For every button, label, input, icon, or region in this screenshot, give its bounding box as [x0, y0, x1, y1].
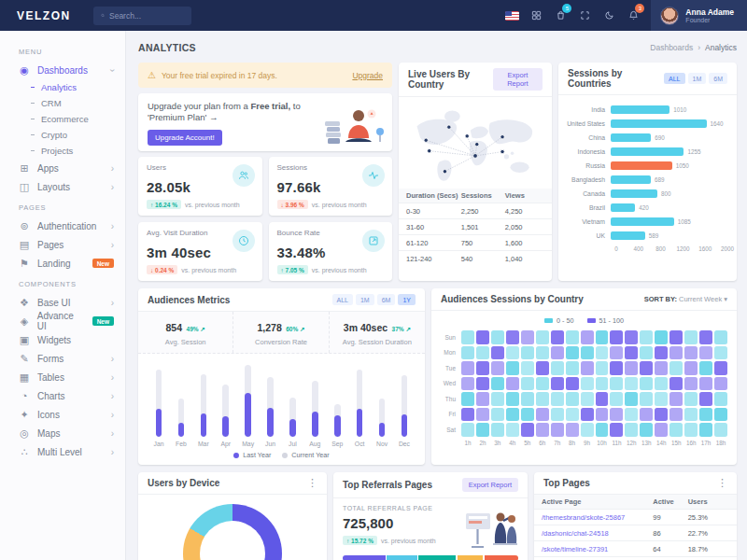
filter-all-button[interactable]: ALL — [664, 73, 684, 84]
heatmap-cell — [596, 361, 609, 375]
heatmap-cell — [491, 330, 504, 344]
new-badge: New — [92, 316, 114, 326]
user-role: Founder — [685, 17, 734, 23]
user-menu[interactable]: Anna Adame Founder — [651, 0, 747, 31]
app-logo[interactable]: VELZON — [0, 9, 93, 22]
heatmap-cell — [551, 361, 564, 375]
heatmap-cell — [655, 330, 668, 344]
heatmap-cell — [714, 361, 727, 375]
heatmap-cell — [714, 392, 727, 406]
sidebar-item-maps[interactable]: ◎ Maps› — [0, 424, 125, 442]
language-flag-button[interactable] — [500, 0, 524, 31]
notifications-button[interactable]: 3 — [621, 0, 645, 31]
heatmap-cell — [506, 423, 519, 437]
chevron-right-icon: › — [111, 391, 114, 401]
filter-1y-button[interactable]: 1Y — [398, 294, 416, 305]
cart-button[interactable]: 5 — [548, 0, 572, 31]
global-search[interactable] — [93, 7, 191, 25]
search-input[interactable] — [109, 11, 184, 21]
sidebar-item-analytics[interactable]: Analytics — [0, 79, 125, 95]
page-link[interactable]: /skote/timeline-27391 — [542, 545, 653, 553]
heatmap-cell — [506, 392, 519, 406]
sidebar-item-multi-level[interactable]: ∴ Multi Level› — [0, 442, 125, 461]
sidebar-item-base-ui[interactable]: ❖ Base UI› — [0, 293, 125, 312]
heatmap-cell — [461, 392, 474, 406]
sidebar-item-dashboards[interactable]: ◉ Dashboards› — [0, 61, 125, 79]
sidebar-item-projects[interactable]: Projects — [0, 143, 125, 159]
table-row: /themesbrand/skote-25867 9925.3% — [534, 509, 737, 525]
table-row: /themesbrand/minia-26441 5314.2% — [534, 556, 737, 560]
card-title: Users by Device — [148, 478, 219, 488]
export-report-button[interactable]: Export Report — [493, 68, 543, 91]
legend-dot-current-year — [282, 453, 288, 458]
heatmap-cell — [506, 361, 519, 375]
heatmap-cell — [640, 346, 653, 360]
heatmap-cell — [551, 392, 564, 406]
bar — [611, 231, 645, 240]
sidebar-item-forms[interactable]: ✎ Forms› — [0, 349, 125, 368]
audiences-chart: JanFebMarAprMayJunJulAugSepOctNovDec — [138, 354, 425, 447]
sidebar-item-pages[interactable]: ▤ Pages› — [0, 235, 125, 254]
sidebar-item-advance-ui[interactable]: ◈ Advance UINew — [0, 312, 125, 330]
fullscreen-button[interactable] — [572, 0, 597, 31]
heatmap-cell — [521, 330, 534, 344]
sessions-by-countries-chart: India1010United States1640China690Indone… — [558, 95, 737, 259]
sidebar-item-charts[interactable]: ◔ Charts› — [0, 386, 125, 405]
sidebar-item-crypto[interactable]: Crypto — [0, 127, 125, 143]
web-apps-button[interactable] — [524, 0, 548, 31]
more-menu-button[interactable]: ⋮ — [717, 478, 727, 488]
heatmap-cell — [536, 392, 549, 406]
clock-icon — [233, 230, 255, 252]
sort-by-dropdown[interactable]: SORT BY: Current Week ▾ — [644, 295, 727, 303]
heatmap-cell — [699, 330, 712, 344]
sidebar-item-ecommerce[interactable]: Ecommerce — [0, 111, 125, 127]
card-title: Audiences Sessions by Country — [441, 294, 584, 304]
sidebar-item-widgets[interactable]: ▣ Widgets — [0, 330, 125, 349]
dark-mode-button[interactable] — [597, 0, 621, 31]
filter-all-button[interactable]: ALL — [332, 294, 353, 305]
moon-icon — [604, 10, 614, 21]
more-menu-button[interactable]: ⋮ — [307, 478, 317, 488]
sidebar-item-authentication[interactable]: ⊚ Authentication› — [0, 217, 125, 235]
heatmap-cell — [536, 346, 549, 360]
heatmap-cell — [669, 392, 683, 406]
sidebar-item-layouts[interactable]: ◫ Layouts› — [0, 177, 125, 196]
heatmap-cell — [521, 361, 534, 375]
sidebar-item-icons[interactable]: ✦ Icons› — [0, 405, 125, 424]
heatmap-cell — [625, 361, 638, 375]
chevron-down-icon: › — [107, 68, 118, 71]
fullscreen-icon — [580, 10, 590, 21]
sidebar-item-landing[interactable]: ⚑ LandingNew — [0, 254, 125, 273]
filter-6m-button[interactable]: 6M — [377, 294, 396, 305]
heatmap-cell — [461, 377, 474, 391]
heatmap-cell — [521, 377, 534, 391]
trial-alert-text: Your free trial expired in 17 days. — [162, 71, 277, 80]
heatmap-cell — [640, 408, 653, 422]
page-link[interactable]: /dashonic/chat-24518 — [542, 529, 653, 538]
heatmap-cell — [476, 330, 489, 344]
sidebar-item-crm[interactable]: CRM — [0, 95, 125, 111]
heatmap-cell — [684, 346, 698, 360]
heatmap-legend: 0 - 5051 - 100 — [431, 311, 737, 329]
heatmap-cell — [625, 408, 638, 422]
export-report-button[interactable]: Export Report — [462, 478, 518, 492]
filter-1m-button[interactable]: 1M — [688, 73, 707, 84]
heatmap-cell — [669, 408, 683, 422]
audiences-chart-legend: Last Year Current Year — [138, 447, 425, 465]
apps-icon: ⊞ — [19, 163, 30, 174]
upgrade-account-button[interactable]: Upgrade Account! — [148, 130, 222, 146]
chevron-down-icon: ▾ — [724, 295, 727, 303]
sidebar-item-apps[interactable]: ⊞ Apps› — [0, 159, 125, 177]
upgrade-link[interactable]: Upgrade — [352, 71, 383, 80]
heatmap-cell — [596, 346, 609, 360]
heatmap-cell — [476, 377, 489, 391]
sidebar-item-tables[interactable]: ▦ Tables› — [0, 368, 125, 386]
heatmap-cell — [566, 377, 579, 391]
filter-1m-button[interactable]: 1M — [356, 294, 374, 305]
heatmap-cell — [476, 346, 489, 360]
heatmap-cell — [684, 392, 698, 406]
world-map — [404, 101, 546, 183]
filter-6m-button[interactable]: 6M — [709, 73, 727, 84]
page-link[interactable]: /themesbrand/skote-25867 — [542, 513, 653, 522]
breadcrumb-dashboards[interactable]: Dashboards — [650, 43, 693, 52]
